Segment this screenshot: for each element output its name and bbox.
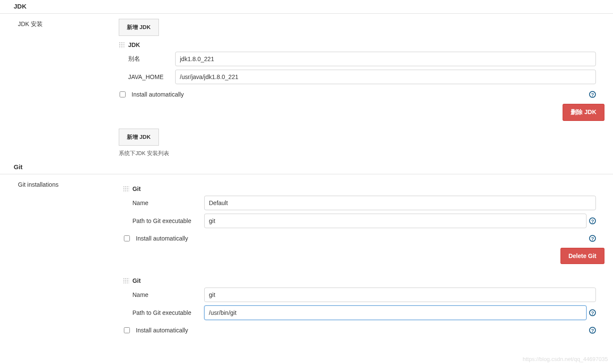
- delete-jdk-button[interactable]: 删除 JDK: [563, 104, 604, 121]
- help-icon[interactable]: ?: [589, 235, 596, 242]
- drag-handle-icon[interactable]: [123, 278, 129, 284]
- git-install-auto-label: Install automatically: [136, 235, 188, 242]
- jdk-install-auto-label: Install automatically: [132, 91, 184, 98]
- git-left-label: Git installations: [0, 179, 119, 335]
- git-path-label: Path to Git executable: [132, 309, 204, 316]
- git-name-label: Name: [132, 200, 204, 206]
- jdk-alias-input[interactable]: [175, 52, 596, 66]
- git-tool-title: Git: [132, 277, 141, 284]
- jdk-left-label: JDK 安装: [0, 19, 119, 157]
- delete-git-button[interactable]: Delete Git: [560, 248, 604, 264]
- jdk-java-home-label: JAVA_HOME: [128, 73, 175, 80]
- git-section-header: Git: [0, 161, 613, 174]
- git-install-auto-checkbox[interactable]: [124, 235, 130, 241]
- jdk-install-auto-checkbox[interactable]: [120, 91, 126, 97]
- git-install-auto-label: Install automatically: [136, 327, 188, 334]
- jdk-section-header: JDK: [0, 0, 613, 14]
- jdk-desc-text: 系统下JDK 安装列表: [119, 150, 596, 157]
- jdk-alias-label: 别名: [128, 55, 175, 63]
- git-name-input[interactable]: [204, 196, 596, 210]
- git-name-label: Name: [132, 291, 204, 298]
- git-install-auto-checkbox-2[interactable]: [124, 327, 130, 333]
- git-tool-title: Git: [132, 185, 141, 192]
- jdk-java-home-input[interactable]: [175, 70, 596, 84]
- git-name-input-2[interactable]: [204, 288, 596, 302]
- help-icon[interactable]: ?: [589, 91, 596, 98]
- git-path-input[interactable]: [204, 214, 587, 228]
- git-path-input-2[interactable]: [204, 305, 587, 320]
- drag-handle-icon[interactable]: [123, 186, 129, 192]
- help-icon[interactable]: ?: [589, 217, 596, 224]
- help-icon[interactable]: ?: [589, 309, 596, 316]
- drag-handle-icon[interactable]: [119, 42, 125, 48]
- add-jdk-button-2[interactable]: 新增 JDK: [119, 129, 159, 146]
- help-icon[interactable]: ?: [589, 327, 596, 334]
- add-jdk-button[interactable]: 新增 JDK: [119, 19, 159, 36]
- git-path-label: Path to Git executable: [132, 217, 204, 224]
- jdk-tool-title: JDK: [128, 41, 140, 48]
